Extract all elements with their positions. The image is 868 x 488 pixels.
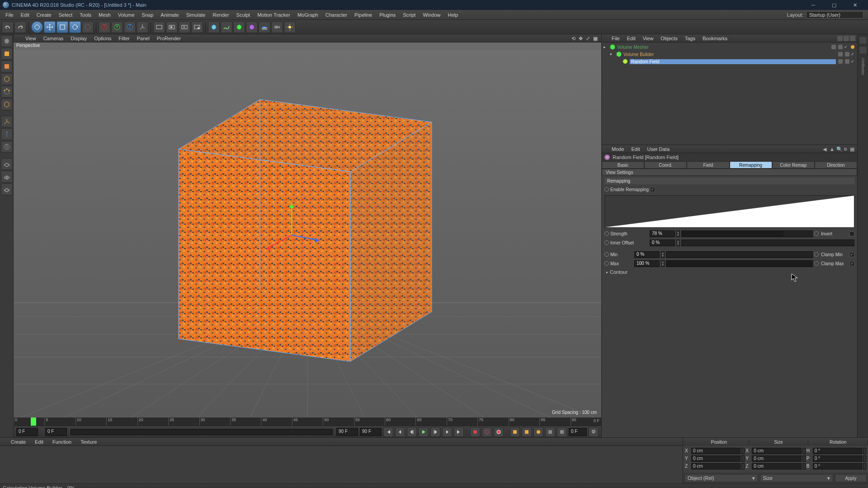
redo-button[interactable] [14,21,26,33]
add-deformer[interactable] [246,21,258,33]
om-menu-tags[interactable]: Tags [681,35,699,42]
om-menu-bookmarks[interactable]: Bookmarks [699,35,731,42]
menu-sculpt[interactable]: Sculpt [233,11,254,19]
inner-offset-spinner[interactable]: ▲▼ [676,239,680,246]
nav-new-icon[interactable]: ▦ [850,146,855,152]
add-camera[interactable] [271,21,283,33]
twisty-icon[interactable]: ▸ [604,45,608,49]
menu-character[interactable]: Character [322,11,351,19]
menu-help[interactable]: Help [444,11,462,19]
om-filter-icon[interactable] [850,36,855,41]
z-axis-lock[interactable]: Z [124,21,136,33]
menu-tools[interactable]: Tools [76,11,95,19]
workplane[interactable] [1,158,13,170]
tree-row-volume-builder[interactable]: ▾ Volume Builder ✓ [604,51,855,58]
nav-back-icon[interactable]: ◀ [823,146,828,152]
strength-spinner[interactable]: ▲▼ [676,230,680,237]
anim-ring-icon[interactable] [814,252,819,257]
start-frame-field[interactable]: 0 F [16,428,38,436]
undo-button[interactable] [2,21,14,33]
x-axis-lock[interactable]: X [99,21,110,33]
tree-row-volume-mesher[interactable]: ▸ Volume Mesher ✓ [604,43,855,51]
min-slider[interactable] [666,251,813,258]
enable-check[interactable]: ✓ [851,59,855,64]
minimize-button[interactable]: ─ [803,0,824,10]
object-mode[interactable] [1,73,13,85]
tab-remapping[interactable]: Remapping [730,161,772,169]
menu-render[interactable]: Render [209,11,232,19]
spinner[interactable] [741,448,745,454]
menu-volume[interactable]: Volume [114,11,138,19]
close-button[interactable]: ✕ [844,0,865,10]
min-value[interactable]: 0 % [634,251,660,258]
clamp-max-checkbox[interactable] [849,261,854,266]
key-scale-button[interactable] [522,427,532,437]
spinner[interactable] [863,448,866,454]
prev-frame-button[interactable] [407,427,417,437]
strip-btn-2[interactable] [859,46,867,54]
vis-editor-dot[interactable] [831,45,836,49]
enable-check[interactable]: ✓ [844,45,849,49]
enable-check[interactable]: ✓ [851,52,855,56]
view-menu-view[interactable]: View [22,35,40,42]
key-param-button[interactable] [545,427,555,437]
timeline-scrub[interactable] [71,429,333,435]
om-menu-file[interactable]: File [608,35,623,42]
tab-direction[interactable]: Direction [815,161,857,169]
point-mode[interactable] [1,86,13,98]
anim-settings-button[interactable]: ⚙ [589,427,599,437]
layout-selector[interactable]: Startup (User) [806,11,863,19]
view-menu-panel[interactable]: Panel [133,35,153,42]
menu-create[interactable]: Create [33,11,55,19]
view-menu-options[interactable]: Options [90,35,115,42]
nav-pan-icon[interactable]: ✥ [579,36,584,41]
coord-space-selector[interactable]: Object (Rel)▾ [684,474,758,482]
menu-plugins[interactable]: Plugins [376,11,399,19]
viewport-canvas[interactable]: Grid Spacing : 100 cm [14,50,601,418]
om-menu-objects[interactable]: Objects [657,35,681,42]
y-axis-lock[interactable]: Y [111,21,123,33]
tab-coord[interactable]: Coord. [644,161,687,169]
object-tree[interactable]: ▸ Volume Mesher ✓ ▾ Volume Builder [602,42,857,145]
vis-render-dot[interactable] [845,52,849,56]
mat-menu-create[interactable]: Create [6,438,30,446]
anim-ring-icon[interactable] [814,231,819,236]
key-pos-button[interactable] [510,427,520,437]
goto-end-button[interactable] [454,427,464,437]
coord-size-selector[interactable]: Size▾ [760,474,834,482]
edge-mode[interactable] [1,99,13,110]
inner-offset-slider[interactable] [681,239,854,246]
prev-key-button[interactable] [395,427,405,437]
max-spinner[interactable]: ▲▼ [661,260,665,267]
object-name[interactable]: Volume Mesher [617,45,829,50]
spinner[interactable] [863,455,866,462]
planar-workplane[interactable] [1,183,13,195]
autokey-button[interactable] [482,427,492,437]
strength-value[interactable]: 78 % [650,230,675,237]
locked-workplane[interactable] [1,171,13,183]
coord-system[interactable] [137,21,148,33]
menu-mograph[interactable]: MoGraph [294,11,322,19]
render-view[interactable] [153,21,165,33]
preview-end-field[interactable]: 90 F [336,428,358,436]
maximize-button[interactable]: ▢ [824,0,844,10]
object-name[interactable]: Random Field [630,59,836,64]
add-light[interactable] [284,21,296,33]
mat-menu-function[interactable]: Function [48,438,76,446]
max-value[interactable]: 100 % [634,260,660,267]
menu-motiontracker[interactable]: Motion Tracker [254,11,294,19]
preview-start-field[interactable]: 0 F [45,428,67,436]
nav-fwd-icon[interactable]: 🔍 [836,146,842,152]
spinner[interactable] [802,463,806,469]
timeline-ruler[interactable]: 0 5 10 15 20 25 30 35 40 45 50 55 60 65 … [14,418,601,426]
om-search-icon[interactable] [837,36,843,41]
layer-icon[interactable] [850,44,855,50]
add-generator[interactable] [233,21,245,33]
end-frame-field[interactable]: 90 F [360,428,382,436]
vis-editor-dot[interactable] [838,52,843,56]
anim-ring-icon[interactable] [814,261,819,266]
om-eye-icon[interactable] [844,36,849,41]
object-name[interactable]: Volume Builder [623,52,836,57]
nav-lock-icon[interactable]: ⭘ [843,146,849,152]
move-tool[interactable] [44,21,56,33]
